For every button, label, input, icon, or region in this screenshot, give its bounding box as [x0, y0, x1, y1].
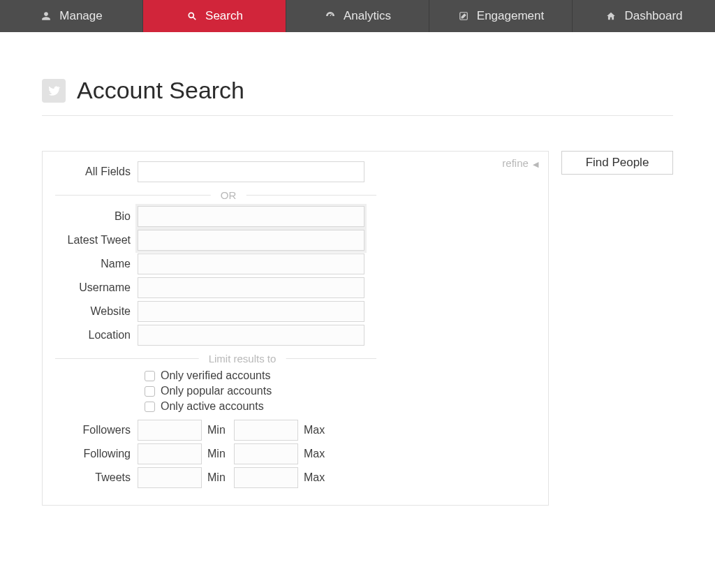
svg-point-0 — [189, 13, 193, 17]
search-icon — [186, 10, 198, 22]
input-tweets-max[interactable] — [234, 467, 298, 488]
input-all-fields[interactable] — [138, 161, 364, 182]
divider-or-label: OR — [211, 189, 246, 201]
nav-label-dashboard: Dashboard — [624, 9, 682, 23]
input-name[interactable] — [138, 253, 364, 274]
input-following-max[interactable] — [234, 443, 298, 464]
range-row-followers: Followers Min Max — [55, 420, 536, 441]
max-label-tweets: Max — [298, 471, 330, 484]
svg-line-1 — [193, 17, 196, 20]
label-username: Username — [55, 281, 138, 294]
label-all-fields: All Fields — [55, 166, 138, 178]
input-tweets-min[interactable] — [138, 467, 202, 488]
divider-or: OR — [55, 186, 376, 203]
nav-item-search[interactable]: Search — [143, 0, 286, 32]
divider-limit: Limit results to — [55, 350, 376, 367]
input-latest-tweet[interactable] — [138, 230, 364, 251]
checkbox-block: Only verified accounts Only popular acco… — [145, 369, 536, 413]
row-username: Username — [55, 277, 536, 298]
input-website[interactable] — [138, 301, 364, 322]
check-row-verified: Only verified accounts — [145, 369, 536, 382]
divider-limit-label: Limit results to — [199, 353, 286, 365]
twitter-icon — [42, 79, 66, 103]
checkbox-verified[interactable] — [145, 371, 155, 381]
input-following-min[interactable] — [138, 443, 202, 464]
row-all-fields: All Fields — [55, 161, 536, 182]
nav-label-manage: Manage — [59, 9, 102, 23]
row-latest-tweet: Latest Tweet — [55, 230, 536, 251]
nav-item-dashboard[interactable]: Dashboard — [573, 0, 715, 32]
nav-item-analytics[interactable]: Analytics — [286, 0, 429, 32]
checkbox-active[interactable] — [145, 402, 155, 412]
check-label-active: Only active accounts — [161, 400, 264, 413]
find-people-button[interactable]: Find People — [561, 151, 673, 175]
home-icon — [605, 10, 617, 22]
label-latest-tweet: Latest Tweet — [55, 234, 138, 247]
max-label-following: Max — [298, 448, 330, 460]
page-title-row: Account Search — [42, 60, 673, 116]
check-row-active: Only active accounts — [145, 400, 536, 413]
min-label-followers: Min — [202, 424, 234, 436]
nav-label-engagement: Engagement — [477, 9, 544, 23]
nav-label-analytics: Analytics — [344, 9, 391, 23]
dashboard-icon — [324, 10, 337, 22]
row-location: Location — [55, 325, 536, 346]
input-followers-max[interactable] — [234, 420, 298, 441]
search-form: refine ◀ All Fields OR Bio Latest Tweet — [42, 151, 549, 506]
user-icon — [40, 10, 52, 22]
form-area: refine ◀ All Fields OR Bio Latest Tweet — [42, 151, 673, 506]
check-label-popular: Only popular accounts — [161, 385, 272, 397]
row-bio: Bio — [55, 206, 536, 227]
range-label-followers: Followers — [55, 424, 138, 436]
nav-item-manage[interactable]: Manage — [0, 0, 143, 32]
input-username[interactable] — [138, 277, 364, 298]
page-body: Account Search refine ◀ All Fields OR Bi… — [0, 32, 715, 506]
label-bio: Bio — [55, 210, 138, 223]
max-label-followers: Max — [298, 424, 330, 436]
label-name: Name — [55, 258, 138, 270]
row-website: Website — [55, 301, 536, 322]
range-label-following: Following — [55, 448, 138, 460]
edit-icon — [457, 10, 470, 22]
page-title: Account Search — [77, 77, 244, 104]
checkbox-popular[interactable] — [145, 386, 155, 397]
check-row-popular: Only popular accounts — [145, 385, 536, 397]
input-bio[interactable] — [138, 206, 364, 227]
main-navbar: Manage Search Analytics Engagement Dashb… — [0, 0, 715, 32]
range-row-tweets: Tweets Min Max — [55, 467, 536, 488]
label-website: Website — [55, 305, 138, 318]
check-label-verified: Only verified accounts — [161, 369, 270, 382]
nav-item-engagement[interactable]: Engagement — [429, 0, 573, 32]
range-label-tweets: Tweets — [55, 471, 138, 484]
range-row-following: Following Min Max — [55, 443, 536, 464]
label-location: Location — [55, 329, 138, 341]
find-people-label: Find People — [586, 156, 649, 169]
refine-label: refine — [502, 157, 529, 169]
input-followers-min[interactable] — [138, 420, 202, 441]
min-label-tweets: Min — [202, 471, 234, 484]
input-location[interactable] — [138, 325, 364, 346]
refine-toggle[interactable]: refine ◀ — [502, 157, 538, 169]
caret-left-icon: ◀ — [533, 160, 538, 168]
min-label-following: Min — [202, 448, 234, 460]
nav-label-search: Search — [205, 9, 243, 23]
row-name: Name — [55, 253, 536, 274]
